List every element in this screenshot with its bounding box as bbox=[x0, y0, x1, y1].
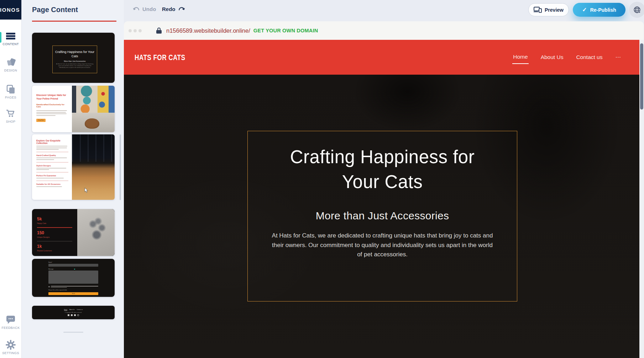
ginger-cat-photo bbox=[72, 134, 115, 200]
redo-icon bbox=[178, 6, 185, 12]
redo-button[interactable]: Redo bbox=[162, 6, 185, 12]
nav-home[interactable]: Home bbox=[512, 50, 528, 64]
thumb-hero-frame: Crafting Happiness for Your Cats More th… bbox=[52, 46, 97, 73]
site-nav: Home About Us Contact us ⋯ bbox=[512, 40, 622, 75]
site-hero-background: Crafting Happiness for Your Cats More th… bbox=[124, 75, 639, 358]
thumb-features-heading: Explore Our Exquisite Collection bbox=[36, 139, 68, 144]
thumb-edit-indicator bbox=[74, 269, 75, 270]
shop-cart-icon bbox=[0, 108, 21, 119]
mouse-cursor bbox=[84, 188, 88, 193]
paw-print-photo bbox=[77, 209, 115, 256]
browser-bar: n1566589.websitebuilder.online/ GET YOUR… bbox=[124, 21, 644, 40]
thumb-copyright: ©Copyright. All rights reserved. bbox=[65, 312, 82, 313]
nav-more-ellipsis[interactable]: ⋯ bbox=[615, 51, 622, 64]
thumbnail-footer-section[interactable]: HomeAbout UsContact us ©Copyright. All r… bbox=[32, 306, 115, 319]
pages-icon bbox=[0, 84, 21, 95]
site-logo[interactable]: HATS FOR CATS bbox=[135, 53, 185, 62]
content-icon bbox=[0, 31, 21, 41]
devices-icon bbox=[534, 7, 542, 13]
sidebar-item-shop[interactable]: SHOP bbox=[0, 108, 21, 123]
app-sidebar: IONOS CONTENT DESIGN PAGES SHOP FEEDBACK… bbox=[0, 0, 21, 358]
sidebar-item-feedback[interactable]: FEEDBACK bbox=[0, 314, 21, 330]
undo-button[interactable]: Undo bbox=[133, 6, 156, 12]
sidebar-item-design[interactable]: DESIGN bbox=[0, 57, 21, 72]
thumb-consent-checkbox bbox=[48, 286, 50, 288]
thumbnail-features-section[interactable]: Explore Our Exquisite Collection Hand-Cr… bbox=[32, 134, 115, 200]
globe-icon bbox=[633, 6, 642, 14]
thumbnail-about-section[interactable]: Discover Unique Hats for Your Feline Fri… bbox=[32, 86, 115, 132]
thumb-message-textarea bbox=[48, 271, 98, 284]
street-cat-photo bbox=[72, 86, 115, 132]
sidebar-item-content[interactable]: CONTENT bbox=[0, 31, 21, 46]
nav-contact-us[interactable]: Contact us bbox=[575, 51, 603, 64]
thumbnail-stats-section[interactable]: 5k Happy Cats 150 Unique Designs 1k Repe… bbox=[32, 209, 115, 256]
youtube-icon bbox=[74, 314, 76, 316]
thumb-about-subheading: Handcrafted Exclusively for Cats bbox=[36, 103, 68, 108]
site-header: HATS FOR CATS Home About Us Contact us ⋯ bbox=[124, 40, 639, 75]
language-globe-button[interactable] bbox=[629, 2, 644, 18]
thumb-message-label: Message bbox=[48, 268, 53, 270]
undo-icon bbox=[133, 6, 140, 12]
lock-icon bbox=[156, 27, 162, 34]
republish-button[interactable]: ✓ Re-Publish bbox=[573, 3, 625, 17]
get-domain-link[interactable]: GET YOUR OWN DOMAIN bbox=[253, 28, 318, 33]
hero-subtitle: More than Just Accessories bbox=[316, 210, 449, 222]
thumbnail-contact-form-section[interactable]: Name* Message Please fill in all the req… bbox=[32, 259, 115, 297]
sidebar-item-pages[interactable]: PAGES bbox=[0, 84, 21, 99]
preview-button[interactable]: Preview bbox=[528, 3, 569, 16]
site-url[interactable]: n1566589.websitebuilder.online/ bbox=[166, 27, 250, 34]
thumb-send-button: Send bbox=[48, 292, 98, 295]
hero-title: Crafting Happiness for Your Cats bbox=[281, 145, 484, 195]
panel-scrollbar[interactable] bbox=[120, 134, 121, 200]
instagram-icon bbox=[77, 314, 79, 316]
thumb-about-heading: Discover Unique Hats for Your Feline Fri… bbox=[36, 93, 68, 101]
sidebar-item-settings[interactable]: SETTINGS bbox=[0, 340, 21, 355]
x-icon bbox=[71, 314, 73, 316]
panel-end-indicator bbox=[63, 332, 83, 333]
hero-paragraph: At Hats for Cats, we are dedicated to cr… bbox=[271, 231, 494, 260]
thumb-shop-now-button: Shop Now bbox=[36, 119, 46, 122]
thumb-name-label: Name* bbox=[48, 262, 98, 263]
thumb-name-input bbox=[48, 264, 98, 267]
title-underline-accent bbox=[32, 21, 116, 22]
ionos-logo: IONOS bbox=[0, 0, 21, 20]
thumb-required-note: Please fill in all the required fields bbox=[48, 289, 98, 291]
page-title: Page Content bbox=[32, 6, 78, 14]
feedback-bubble-icon bbox=[0, 314, 21, 325]
check-icon: ✓ bbox=[582, 6, 587, 13]
facebook-icon bbox=[68, 314, 69, 316]
design-icon bbox=[0, 57, 21, 68]
window-dots bbox=[129, 29, 142, 32]
gear-icon bbox=[0, 340, 21, 350]
preview-scrollbar[interactable] bbox=[640, 43, 643, 109]
nav-about-us[interactable]: About Us bbox=[540, 51, 564, 64]
hero-editable-frame[interactable]: Crafting Happiness for Your Cats More th… bbox=[247, 131, 517, 301]
page-content-panel: Page Content Crafting Happiness for Your… bbox=[21, 0, 124, 358]
thumbnail-hero-section[interactable]: Crafting Happiness for Your Cats More th… bbox=[32, 33, 115, 83]
